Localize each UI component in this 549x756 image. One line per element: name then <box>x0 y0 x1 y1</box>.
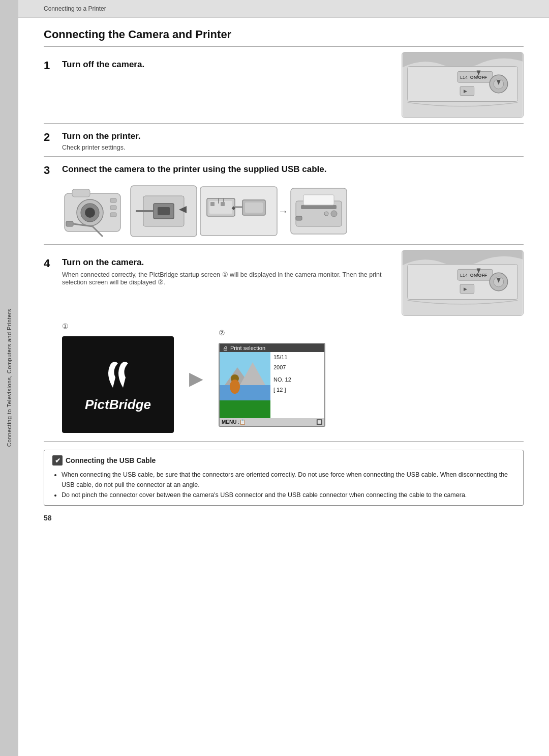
svg-text:L14: L14 <box>460 75 468 80</box>
note-bullets: When connecting the USB cable, be sure t… <box>52 470 515 500</box>
print-info-panel: 15/11 2007 NO. 12 [ 12 ] <box>270 352 324 418</box>
forward-arrow: ▶ <box>189 368 203 389</box>
step-4-left: 4 Turn on the camera. When connected cor… <box>44 250 402 288</box>
breadcrumb-text: Connecting to a Printer <box>44 5 106 12</box>
svg-rect-60 <box>220 385 270 403</box>
menu-label: MENU :📋 <box>222 419 246 425</box>
note-title-text: Connecting the USB Cable <box>66 456 156 464</box>
print-selection-header: 🖨 Print selection <box>220 344 324 352</box>
svg-text:ON/OFF: ON/OFF <box>470 75 487 80</box>
breadcrumb: Connecting to a Printer <box>18 0 549 18</box>
usb-diagram: ⬥ → <box>62 183 524 239</box>
print-date-1: 15/11 <box>273 354 321 360</box>
pictbridge-screen: PictBridge <box>62 336 174 433</box>
step-4-content: Turn on the camera. When connected corre… <box>62 257 391 285</box>
step-4-title: Turn on the camera. <box>62 257 144 267</box>
svg-text:L14: L14 <box>460 273 468 278</box>
step-3: 3 Connect the camera to the printer usin… <box>44 164 524 177</box>
svg-rect-15 <box>72 189 90 197</box>
svg-rect-17 <box>110 206 116 210</box>
circle-2-label: ② <box>219 329 225 337</box>
step-2-content: Turn on the printer. Check printer setti… <box>62 131 524 151</box>
sidebar: Connecting to Televisions, Computers and… <box>0 0 18 756</box>
camera-small-illus <box>62 183 128 239</box>
svg-rect-16 <box>110 198 116 202</box>
svg-rect-18 <box>110 213 116 217</box>
camera-port-closeup <box>128 183 199 239</box>
step-2-number: 2 <box>44 131 62 144</box>
svg-point-44 <box>324 212 328 216</box>
divider-3 <box>44 244 524 245</box>
note-bullet-1: When connecting the USB cable, be sure t… <box>62 470 515 490</box>
printer-illus <box>288 186 349 237</box>
camera-top-illus-1: L14 ON/OFF ▶ <box>402 52 524 118</box>
svg-point-63 <box>230 380 240 394</box>
usb-arrow: → <box>278 206 288 217</box>
divider-4 <box>44 441 524 442</box>
usb-connector-illus: ⬥ <box>199 186 278 237</box>
svg-text:ON/OFF: ON/OFF <box>470 273 487 278</box>
svg-text:▶: ▶ <box>464 89 467 94</box>
step-4-row: 4 Turn on the camera. When connected cor… <box>44 250 524 316</box>
step-1-content: Turn off the camera. <box>62 59 402 70</box>
pictbridge-icon <box>98 357 138 397</box>
camera-top-illus-4: L14 ON/OFF ▶ <box>402 250 524 316</box>
svg-rect-34 <box>245 202 263 213</box>
note-box: ✔ Connecting the USB Cable When connecti… <box>44 450 524 506</box>
pictbridge-logo-text: PictBridge <box>85 397 151 413</box>
svg-rect-25 <box>158 207 170 215</box>
page-title: Connecting the Camera and Printer <box>44 28 524 41</box>
step-1-title: Turn off the camera. <box>62 60 144 69</box>
step-2-title: Turn on the printer. <box>62 131 141 141</box>
step-1-left: 1 Turn off the camera. <box>44 52 402 75</box>
print-date-2: 2007 <box>273 364 321 370</box>
svg-point-14 <box>85 208 95 218</box>
print-selection-box: 🖨 Print selection <box>219 343 325 427</box>
step-4-number: 4 <box>44 257 62 270</box>
step-1-row: 1 Turn off the camera. L14 ON/OFF <box>44 52 524 118</box>
svg-point-43 <box>331 211 337 217</box>
circle-1-label: ① <box>62 322 69 330</box>
divider-top <box>44 46 524 47</box>
step-2-sub: Check printer settings. <box>62 144 524 151</box>
step-3-content: Connect the camera to the printer using … <box>62 164 524 175</box>
print-no-label: NO. 12 <box>273 376 321 383</box>
step-3-title: Connect the camera to the printer using … <box>62 164 326 174</box>
svg-text:▶: ▶ <box>464 286 467 292</box>
footer-icon: 🔲 <box>316 419 322 425</box>
print-selection-footer: MENU :📋 🔲 <box>220 418 324 426</box>
print-no-value: [ 12 ] <box>273 387 321 393</box>
note-bullet-2: Do not pinch the connector cover between… <box>62 490 515 500</box>
sidebar-label: Connecting to Televisions, Computers and… <box>6 309 12 447</box>
step-1: 1 Turn off the camera. <box>44 59 402 72</box>
step-1-number: 1 <box>44 59 62 72</box>
step-4-sub: When connected correctly, the PictBridge… <box>62 271 391 286</box>
divider-2 <box>44 156 524 157</box>
divider-1 <box>44 123 524 124</box>
svg-rect-42 <box>303 195 334 205</box>
note-check-icon: ✔ <box>52 455 63 466</box>
svg-rect-41 <box>301 205 337 209</box>
svg-rect-61 <box>220 400 270 418</box>
print-icon: 🖨 <box>223 345 228 351</box>
photo-thumbnail <box>220 352 270 418</box>
page-number: 58 <box>44 514 524 522</box>
step-3-number: 3 <box>44 164 62 177</box>
svg-rect-45 <box>296 216 302 220</box>
main-content: Connecting to a Printer Connecting the C… <box>18 0 549 756</box>
step-2: 2 Turn on the printer. Check printer set… <box>44 131 524 151</box>
svg-rect-37 <box>210 202 215 206</box>
svg-rect-38 <box>221 202 225 206</box>
note-title: ✔ Connecting the USB Cable <box>52 455 515 466</box>
print-selection-label: Print selection <box>230 345 265 351</box>
pictbridge-row: ① PictBridge ▶ ② 🖨 <box>62 324 524 433</box>
print-selection-body: 15/11 2007 NO. 12 [ 12 ] <box>220 352 324 418</box>
svg-rect-19 <box>66 221 73 226</box>
step-4: 4 Turn on the camera. When connected cor… <box>44 257 391 285</box>
